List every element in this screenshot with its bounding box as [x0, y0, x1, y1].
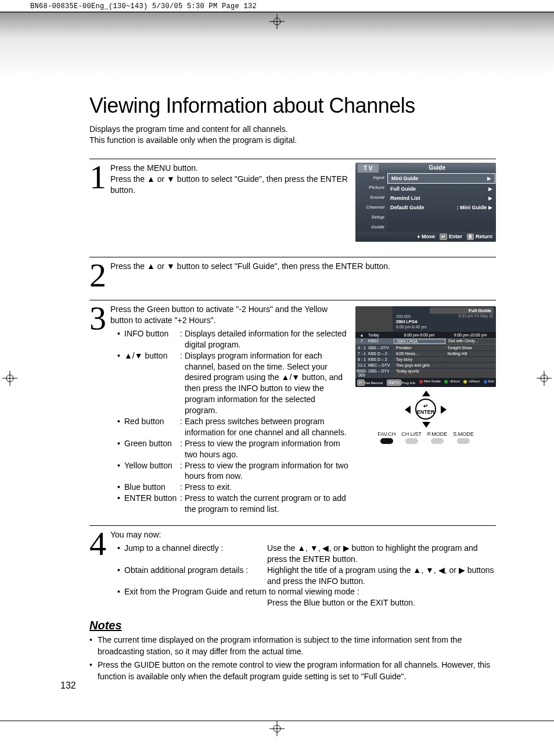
enter-button-icon: ↵ENTER [415, 399, 436, 420]
fg-foot-item: +2Hour [463, 379, 480, 386]
registration-mark-icon [269, 14, 285, 29]
full-guide-figure: Full Guide 303-001 2004 LPGA 8:00 pm-8:4… [355, 306, 496, 387]
guide-row: 8000-000OBS – DTVToday sports [355, 368, 496, 378]
guide-row: 11-1MBC – DTVTwo guys and girls [355, 363, 496, 368]
step-text: Press the MENU button. Press the ▲ or ▼ … [110, 163, 348, 246]
bullet-item: •Yellow button:Press to view the program… [117, 460, 348, 482]
print-header: BN68-00835E-00Eng_(130~143) 5/30/05 5:30… [0, 0, 554, 10]
tv-guide-menu-figure: T V Guide Input Picture Sound Channel Se… [355, 163, 496, 242]
registration-mark-icon [2, 371, 17, 386]
fg-foot-item: INFOProg Info [387, 379, 415, 386]
guide-row: 8 - 1SBS – DTVPredatorTonight Show [355, 345, 496, 350]
step-text: Press the ▲ or ▼ button to select "Full … [110, 261, 496, 289]
tv-tab-main: T V [358, 164, 379, 173]
left-arrow-icon [405, 406, 411, 414]
intro-text: Displays the program time and content fo… [89, 124, 496, 146]
fg-foot-item: Exit [484, 379, 494, 386]
step-number: 4 [89, 529, 110, 608]
tv-side-item: Input [355, 173, 387, 182]
bullet-item: •Obtain additional program details :High… [117, 565, 496, 587]
bullet-item: •ENTER button:Press to watch the current… [117, 493, 348, 515]
pill-button-icon [405, 438, 418, 444]
bullet-item: •INFO button:Displays detailed informati… [117, 328, 348, 350]
step-number: 3 [89, 304, 110, 515]
tv-menu-row: Default Guide: Mini Guide▶ [387, 203, 496, 212]
tv-foot-move: ♦ Move [417, 234, 435, 240]
bullet-item: •Red button:Each press switches between … [117, 416, 348, 438]
tv-tab-title: Guide [379, 163, 496, 173]
notes-section: Notes The current time displayed on the … [89, 619, 496, 682]
guide-row: 8 - 1KBS D – 2Toy story [355, 357, 496, 362]
tv-foot-enter: ↵ Enter [440, 234, 462, 240]
bullet-item: •Exit from the Program Guide and return … [117, 586, 496, 608]
tv-menu-row: Mini Guide▶ [387, 173, 495, 184]
step-text: Press the Green button to activate "-2 H… [110, 304, 348, 515]
step-number: 1 [89, 163, 110, 246]
page-number: 132 [60, 680, 76, 691]
remote-diagram: ↵ENTER FAV.CH CH LIST P.MODE S.MODE [355, 392, 496, 444]
page-title: Viewing Information about Channels [89, 94, 496, 118]
pill-button-icon [457, 438, 470, 444]
notes-item: Press the GUIDE button on the remote con… [98, 660, 496, 682]
registration-mark-icon [269, 721, 285, 736]
pill-button-icon [431, 438, 444, 444]
tv-menu-row: Remind List▶ [387, 194, 496, 203]
fg-foot-item: -2Hour [444, 379, 459, 386]
fg-foot-item: ↵Del.Remind [357, 379, 383, 386]
tv-side-item: Picture [355, 182, 387, 192]
tv-side-item: Channel [355, 202, 387, 212]
bullet-item: •Blue button:Press to exit. [117, 482, 348, 493]
bullet-item: •Green button:Press to view the program … [117, 438, 348, 460]
guide-row: 7KBS12004 LPGASlot with Cindy… [355, 338, 496, 345]
down-arrow-icon [422, 422, 430, 428]
up-arrow-icon [422, 390, 430, 396]
bullet-item: •Jump to a channel directly :Use the ▲, … [117, 543, 496, 565]
right-arrow-icon [441, 406, 447, 414]
bullet-item: •▲/▼ button:Displays program information… [117, 350, 348, 416]
step-number: 2 [89, 261, 110, 289]
fg-foot-item: Mini Guide [419, 379, 441, 386]
tv-side-item: Sound [355, 192, 387, 202]
tv-menu-row: Full Guide▶ [387, 184, 496, 194]
notes-item: The current time displayed on the progra… [98, 635, 496, 657]
tv-side-item: Guide [355, 222, 387, 232]
registration-mark-icon [537, 371, 552, 386]
pill-button-icon [380, 438, 393, 444]
tv-foot-return: Ⅲ Return [467, 234, 492, 240]
step-text: You may now: •Jump to a channel directly… [110, 529, 496, 608]
notes-heading: Notes [89, 619, 496, 632]
tv-side-item: Setup [355, 212, 387, 222]
guide-row: 7 - 1KBS D – 28:00 News…Notting Hill [355, 351, 496, 356]
